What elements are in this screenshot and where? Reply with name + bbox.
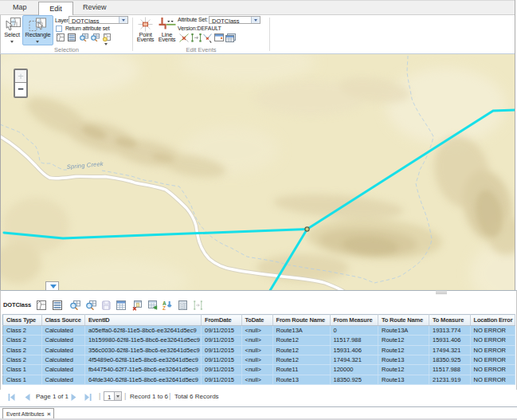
svg-text:Z: Z [163, 305, 166, 311]
